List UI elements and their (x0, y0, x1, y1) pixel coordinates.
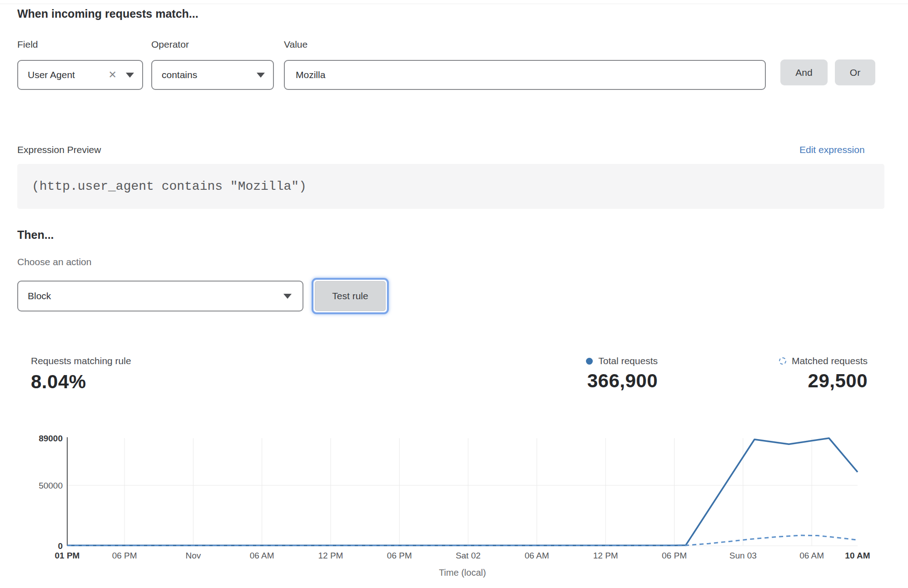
requests-chart: 0500008900001 PM06 PMNov06 AM12 PM06 PMS… (0, 427, 908, 588)
requests-matching-value: 8.04% (31, 371, 131, 393)
y-tick-label: 0 (58, 541, 63, 551)
total-series-line (67, 438, 858, 545)
action-select-value: Block (18, 291, 283, 301)
x-tick-label: 12 PM (593, 551, 618, 560)
x-tick-label: 12 PM (318, 551, 343, 560)
x-tick-label: Nov (185, 551, 201, 560)
x-tick-label: Sun 03 (729, 551, 757, 560)
firewall-rule-builder: When incoming requests match... Field Op… (0, 0, 908, 588)
field-select[interactable]: User Agent ✕ (17, 60, 143, 90)
matched-requests-value: 29,500 (709, 370, 868, 392)
matched-requests-stat: Matched requests 29,500 (709, 356, 868, 392)
value-label: Value (284, 39, 308, 50)
action-select[interactable]: Block (17, 281, 303, 311)
operator-label: Operator (151, 39, 189, 50)
x-tick-label: 06 PM (662, 551, 687, 560)
matched-requests-legend: Matched requests (709, 356, 868, 366)
total-requests-stat: Total requests 366,900 (500, 356, 658, 392)
value-input[interactable] (284, 60, 766, 90)
x-tick-label: 06 AM (525, 551, 549, 560)
test-rule-focus-ring: Test rule (312, 278, 389, 314)
total-requests-label: Total requests (598, 356, 658, 366)
x-tick-label: 06 AM (799, 551, 824, 560)
expression-preview-label: Expression Preview (17, 144, 101, 155)
field-select-value: User Agent (18, 69, 109, 80)
or-button[interactable]: Or (835, 59, 875, 85)
x-tick-label: 06 PM (387, 551, 412, 560)
chevron-down-icon[interactable] (283, 294, 292, 299)
test-rule-button[interactable]: Test rule (315, 281, 386, 311)
x-tick-label: 01 PM (55, 551, 80, 560)
matched-series-dot-icon (779, 357, 786, 365)
operator-select-value: contains (152, 69, 257, 80)
field-label: Field (17, 39, 38, 50)
x-tick-label: 06 PM (112, 551, 137, 560)
value-field-wrap (284, 60, 766, 90)
total-series-dot-icon (586, 358, 593, 365)
requests-matching-stat: Requests matching rule 8.04% (31, 356, 131, 393)
total-requests-value: 366,900 (500, 370, 658, 392)
y-tick-label: 89000 (39, 434, 63, 443)
matched-series-line (67, 535, 858, 546)
clear-field-icon[interactable]: ✕ (109, 70, 117, 80)
expression-code-box: (http.user_agent contains "Mozilla") (17, 164, 884, 209)
then-section-title: Then... (17, 228, 54, 242)
total-requests-legend: Total requests (500, 356, 658, 366)
y-tick-label: 50000 (39, 481, 63, 490)
x-axis-title: Time (local) (439, 568, 486, 578)
x-tick-label: 06 AM (250, 551, 274, 560)
chevron-down-icon[interactable] (126, 73, 134, 78)
expression-code: (http.user_agent contains "Mozilla") (17, 179, 307, 193)
chevron-down-icon[interactable] (257, 73, 265, 78)
x-tick-label: Sat 02 (456, 551, 481, 560)
choose-action-label: Choose an action (17, 257, 91, 267)
matched-requests-label: Matched requests (792, 356, 868, 366)
match-section-title: When incoming requests match... (17, 7, 198, 20)
requests-matching-label: Requests matching rule (31, 356, 131, 366)
operator-select[interactable]: contains (151, 60, 274, 90)
x-tick-label: 10 AM (845, 551, 870, 560)
edit-expression-link[interactable]: Edit expression (799, 144, 865, 155)
top-divider (0, 4, 908, 4)
and-button[interactable]: And (780, 59, 828, 85)
